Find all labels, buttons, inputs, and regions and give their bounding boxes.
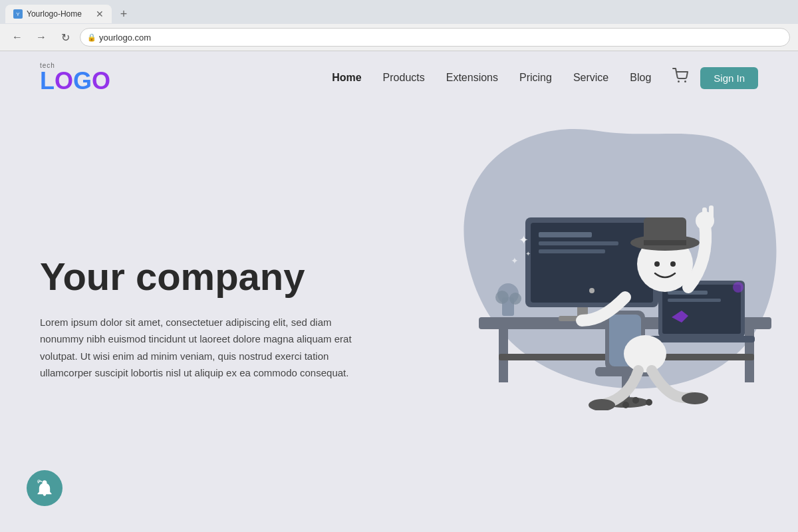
svg-rect-16 [648,336,755,342]
svg-point-44 [509,293,521,305]
svg-rect-33 [644,240,686,245]
sign-in-button[interactable]: Sign In [700,67,758,89]
svg-point-1 [684,80,686,82]
svg-point-28 [632,397,639,404]
browser-chrome: Y Yourlogo-Home ✕ + ← → ↻ 🔒 yourlogo.com [0,0,798,51]
tab-close-button[interactable]: ✕ [96,9,104,19]
nav-products[interactable]: Products [383,72,425,84]
address-bar[interactable]: 🔒 yourlogo.com [80,28,790,47]
cart-button[interactable] [672,68,690,88]
tab-bar: Y Yourlogo-Home ✕ + [0,0,798,24]
svg-rect-37 [702,207,707,221]
svg-rect-10 [539,232,592,237]
forward-button[interactable]: → [32,28,51,47]
svg-point-48 [733,282,743,293]
url-text: yourlogo.com [99,33,151,43]
svg-point-13 [589,288,595,293]
nav-pricing[interactable]: Pricing [519,72,552,84]
tab-favicon: Y [13,9,23,19]
cart-icon [672,68,690,84]
logo-main-label: LOGO [40,69,110,93]
svg-point-40 [682,392,708,404]
tab-title: Yourlogo-Home [27,9,82,19]
svg-text:✦: ✦ [525,250,531,257]
hero-svg: ✦ ✦ ✦ [412,91,798,410]
site-nav: Home Products Extensions Pricing Service… [332,72,651,84]
hero-illustration: ✦ ✦ ✦ [412,91,798,410]
svg-rect-12 [539,249,605,253]
svg-point-0 [678,80,680,82]
bell-icon [35,479,54,497]
svg-rect-18 [668,299,721,302]
nav-extensions[interactable]: Extensions [446,72,498,84]
back-button[interactable]: ← [8,28,27,47]
svg-rect-38 [709,205,714,220]
nav-bar: ← → ↻ 🔒 yourlogo.com [0,24,798,51]
logo-text: tech LOGO [40,63,110,93]
svg-point-43 [495,291,509,304]
svg-rect-11 [539,241,618,245]
svg-point-25 [622,402,629,408]
hero-description: Lorem ipsum dolor sit amet, consectetuer… [40,314,359,382]
svg-point-35 [670,261,676,267]
svg-text:✦: ✦ [519,233,529,247]
nav-home[interactable]: Home [332,72,361,84]
refresh-button[interactable]: ↻ [56,28,74,47]
hero-section: Your company Lorem ipsum dolor sit amet,… [0,104,798,532]
svg-text:✦: ✦ [511,255,519,266]
active-tab[interactable]: Y Yourlogo-Home ✕ [5,5,112,23]
nav-blog[interactable]: Blog [630,72,651,84]
lock-icon: 🔒 [87,33,96,42]
svg-point-29 [624,335,666,372]
header-actions: Sign In [672,67,758,89]
hero-text: Your company Lorem ipsum dolor sit amet,… [40,255,359,382]
logo[interactable]: tech LOGO [40,63,110,93]
svg-point-34 [654,261,660,267]
hero-title: Your company [40,255,359,298]
website-content: tech LOGO Home Products Extensions Prici… [0,51,798,532]
notification-bell-button[interactable] [27,470,63,506]
new-tab-button[interactable]: + [114,5,133,23]
svg-point-26 [646,399,652,406]
nav-service[interactable]: Service [573,72,608,84]
